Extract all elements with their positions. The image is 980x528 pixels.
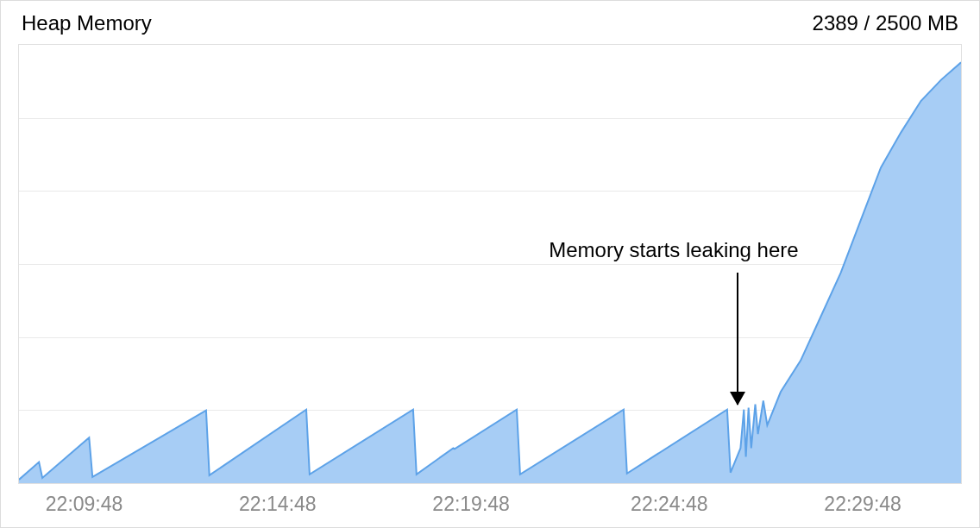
- x-axis-tick-label: 22:19:48: [432, 493, 510, 516]
- chart-plot-area: Memory starts leaking here: [18, 44, 962, 484]
- leak-annotation-text: Memory starts leaking here: [549, 238, 798, 262]
- x-axis-tick-label: 22:24:48: [631, 493, 708, 516]
- heap-memory-panel: Heap Memory 2389 / 2500 MB Memory starts…: [0, 0, 980, 528]
- x-axis-tick-label: 22:09:48: [46, 493, 123, 516]
- panel-title: Heap Memory: [22, 11, 152, 35]
- x-axis-tick-label: 22:29:48: [824, 493, 901, 516]
- x-axis-tick-label: 22:14:48: [239, 493, 317, 516]
- panel-header: Heap Memory 2389 / 2500 MB: [1, 1, 979, 42]
- leak-annotation-arrow-icon: [737, 273, 738, 404]
- heap-area-chart: [19, 45, 961, 483]
- x-axis-labels: 22:09:4822:14:4822:19:4822:24:4822:29:48: [18, 493, 962, 519]
- panel-value: 2389 / 2500 MB: [813, 11, 958, 35]
